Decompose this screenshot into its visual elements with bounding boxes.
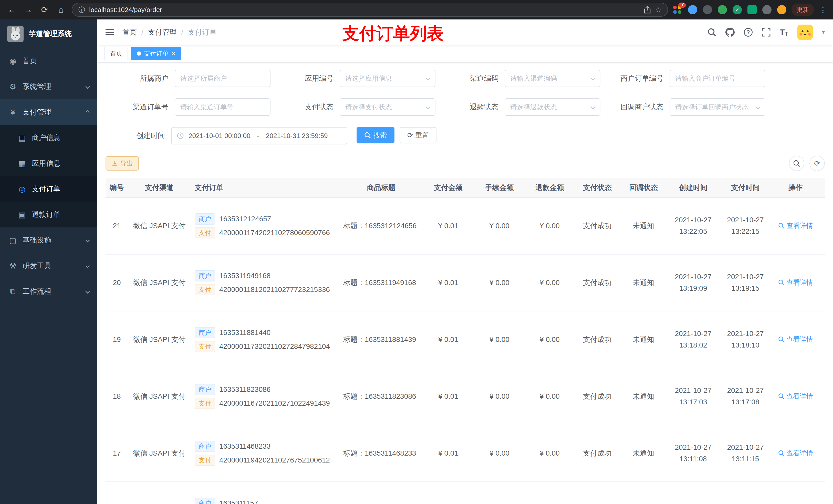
reload-icon[interactable]: ⟳ [39,5,50,15]
paid-time: 13:19:15 [719,283,771,294]
sidebar-item-label: 退款订单 [32,210,61,219]
cell-id: 19 [105,335,128,344]
top-navbar: 首页 / 支付管理 / 支付订单 支付订单列表 ? [97,20,833,45]
view-detail-link[interactable]: 查看详情 [778,335,813,344]
browser-menu-icon[interactable]: ⋮ [819,5,827,14]
sidebar-item-app-info[interactable]: ▦ 应用信息 [0,150,97,176]
share-icon[interactable] [644,6,651,14]
search-icon[interactable] [708,28,716,37]
date-start[interactable]: 2021-10-01 00:00:00 [189,132,250,140]
avatar[interactable] [798,25,813,40]
cell-pay-order: 商户1635312124657 支付4200001174202110278060… [191,211,340,241]
close-icon[interactable]: × [172,50,175,57]
sidebar-item-merchant-info[interactable]: ▤ 商户信息 [0,125,97,150]
sidebar-item-label: 商户信息 [32,133,61,143]
hamburger-icon[interactable] [105,29,114,35]
cell-fee: ¥ 0.00 [474,222,525,230]
site-info-icon[interactable]: ⓘ [78,5,85,14]
filter-notify-status: 回调商户状态 [600,98,765,116]
check-extension-icon[interactable]: ✓ [733,5,742,14]
filter-label: 商户订单编号 [600,73,670,83]
sidebar-item-home[interactable]: ◉ 首页 [0,48,97,74]
sidebar-item-pay-order[interactable]: ◎ 支付订单 [0,176,97,202]
filter-label: 渠道编码 [435,73,505,83]
active-dot-icon [137,51,141,55]
channel-code-select[interactable] [505,70,600,87]
sidebar-item-devtools[interactable]: ⚒ 研发工具 [0,253,97,279]
app-logo: 芋道管理系统 [0,20,97,48]
filter-channel-order-no: 渠道订单号 [105,98,270,116]
back-icon[interactable]: ← [6,5,18,15]
view-detail-link[interactable]: 查看详情 [778,449,813,458]
sidebar-item-label: 基础设施 [23,235,51,245]
document-icon: ▣ [18,210,27,219]
fullscreen-icon[interactable] [762,28,770,37]
sidebar-item-system[interactable]: ⚙ 系统管理 [0,74,97,99]
font-size-icon[interactable]: TT [780,28,788,37]
refund-status-select[interactable] [505,98,600,116]
green-extension-icon[interactable] [718,5,727,14]
update-button[interactable]: 更新 [791,4,814,16]
col-action: 操作 [771,183,820,193]
created-date: 2021-10-27 [667,214,719,226]
view-detail-link[interactable]: 查看详情 [778,221,813,230]
show-search-button[interactable] [789,156,804,171]
created-date: 2021-10-27 [667,271,719,283]
title-value: 1635312124656 [365,222,416,230]
github-icon[interactable] [725,28,735,37]
channel-order-no-input[interactable] [175,98,270,116]
forward-icon[interactable]: → [23,5,34,15]
home-icon[interactable]: ⌂ [55,5,67,15]
date-end[interactable]: 2021-10-31 23:59:59 [266,132,328,140]
bookmark-star-icon[interactable]: ☆ [655,6,661,14]
url-text[interactable]: localhost:1024/pay/order [89,6,640,14]
dark-extension-icon[interactable] [703,5,712,14]
cell-action: 查看详情 [771,392,820,401]
pay-order-no: 4200001173202110272847982104 [219,342,330,351]
filter-label: 所属商户 [105,73,175,83]
notify-status-select[interactable] [670,98,765,116]
merchant-order-no-input[interactable] [670,70,765,87]
page-annotation: 支付订单列表 [342,22,444,45]
view-detail-link[interactable]: 查看详情 [778,278,813,287]
date-range-picker[interactable]: 2021-10-01 00:00:00 - 2021-10-31 23:59:5… [171,127,347,144]
sidebar-item-infra[interactable]: ▢ 基础设施 [0,227,97,253]
colored-dots-extension-icon[interactable]: 10 [673,5,682,14]
app-id-select[interactable] [340,70,435,87]
title-prefix: 标题： [343,392,365,400]
avatar-caret-icon[interactable]: ▾ [822,29,825,35]
breadcrumb-home[interactable]: 首页 [122,27,137,37]
filter-label: 回调商户状态 [600,102,670,112]
pin-extension-icon[interactable] [762,5,771,14]
filter-merchant-order-no: 商户订单编号 [600,70,765,87]
tab-home[interactable]: 首页 [104,47,128,60]
help-icon[interactable]: ? [744,28,753,37]
chat-extension-icon[interactable] [747,5,757,14]
cell-fee: ¥ 0.00 [474,279,525,287]
tab-pay-order[interactable]: 支付订单 × [131,47,181,60]
breadcrumb-pay-management[interactable]: 支付管理 [148,27,177,37]
sidebar-item-refund-order[interactable]: ▣ 退款订单 [0,202,97,227]
search-button-label: 搜索 [374,131,387,140]
export-button[interactable]: 导出 [105,156,139,171]
merchant-input[interactable] [175,70,270,87]
cell-id: 20 [105,279,128,287]
sidebar-item-workflow[interactable]: ⧉ 工作流程 [0,279,97,304]
emoji-extension-icon[interactable] [777,5,786,14]
pay-tag: 支付 [195,227,215,238]
col-fee: 手续金额 [474,183,525,193]
sidebar-item-payment[interactable]: ¥ 支付管理 [0,99,97,125]
cell-paid: 2021-10-2713:11:15 [719,442,771,465]
reset-button[interactable]: ⟳ 重置 [400,127,436,143]
pay-order-no: 4200001181202110277723215336 [219,286,330,294]
blue-extension-icon[interactable] [688,5,697,14]
created-time: 13:18:02 [667,340,719,351]
view-detail-link[interactable]: 查看详情 [778,392,813,401]
refresh-table-button[interactable]: ⟳ [809,156,825,171]
url-bar[interactable]: ⓘ localhost:1024/pay/order ☆ [72,3,668,17]
search-button[interactable]: 搜索 [357,127,395,143]
pay-status-select[interactable] [340,98,435,116]
screen: ← → ⟳ ⌂ ⓘ localhost:1024/pay/order ☆ 10 [0,0,833,504]
magnifier-icon [778,280,784,286]
title-prefix: 标题： [343,335,365,343]
